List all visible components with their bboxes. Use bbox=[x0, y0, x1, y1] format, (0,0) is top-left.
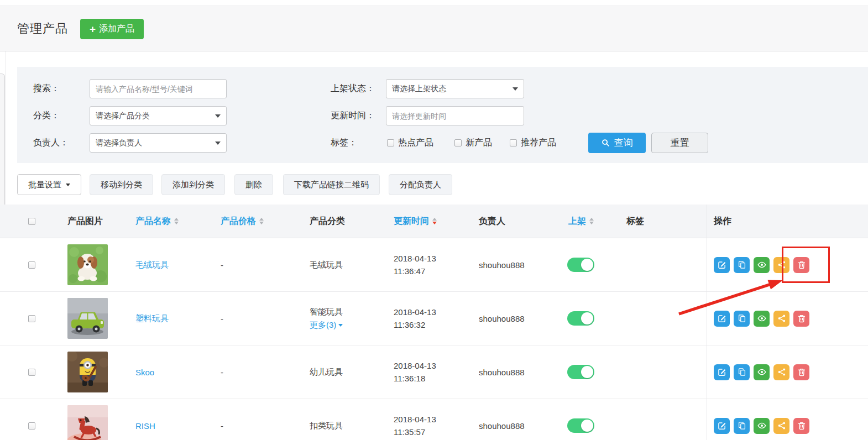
category-select[interactable]: 请选择产品分类 bbox=[90, 106, 227, 125]
table-row: 塑料玩具 - 智能玩具 更多(3) 2018-04-1311:36:32 sho… bbox=[0, 292, 868, 345]
product-name-link[interactable]: RISH bbox=[135, 421, 155, 431]
tag-checkbox-new[interactable]: 新产品 bbox=[454, 133, 492, 153]
tag-checkbox-recommend[interactable]: 推荐产品 bbox=[510, 133, 556, 153]
row-checkbox[interactable] bbox=[28, 261, 35, 269]
owner: shouhou888 bbox=[479, 292, 525, 345]
row-checkbox[interactable] bbox=[28, 422, 35, 429]
add-product-button[interactable]: + 添加产品 bbox=[80, 19, 144, 39]
product-image-minion-figure[interactable] bbox=[67, 352, 108, 392]
table-row: RISH - 扣类玩具 2018-04-1311:35:57 shouhou88… bbox=[0, 399, 868, 440]
preview-button[interactable] bbox=[754, 311, 770, 327]
title-bar: 管理产品 + 添加产品 bbox=[0, 6, 868, 51]
chevron-down-icon bbox=[215, 114, 221, 118]
product-name-link[interactable]: 塑料玩具 bbox=[135, 313, 169, 324]
batch-settings-button[interactable]: 批量设置 bbox=[17, 174, 81, 195]
checkbox[interactable] bbox=[510, 139, 517, 146]
tag-checkbox-hot[interactable]: 热点产品 bbox=[387, 133, 433, 153]
preview-button[interactable] bbox=[754, 364, 770, 380]
sort-icon bbox=[589, 218, 594, 224]
eye-icon bbox=[757, 260, 766, 269]
column-header-updated[interactable]: 更新时间 bbox=[394, 205, 437, 238]
trash-icon bbox=[797, 368, 806, 376]
share-button[interactable] bbox=[773, 257, 789, 273]
select-all-checkbox[interactable] bbox=[28, 218, 35, 225]
copy-button[interactable] bbox=[734, 311, 750, 327]
product-name-link[interactable]: Skoo bbox=[135, 368, 154, 377]
delete-button[interactable] bbox=[793, 418, 809, 434]
product-image-green-toy-car[interactable] bbox=[67, 298, 108, 339]
product-price: - bbox=[221, 238, 223, 291]
status-toggle-on[interactable] bbox=[567, 418, 594, 433]
fixed-column-divider bbox=[707, 205, 707, 440]
column-header-status[interactable]: 上架 bbox=[568, 205, 594, 238]
status-select[interactable]: 请选择上架状态 bbox=[386, 79, 524, 98]
column-header-owner: 负责人 bbox=[479, 205, 505, 238]
move-to-category-button[interactable]: 移动到分类 bbox=[90, 174, 153, 195]
chevron-down-icon bbox=[66, 184, 70, 186]
delete-batch-button[interactable]: 删除 bbox=[234, 174, 273, 195]
tag-new-label: 新产品 bbox=[466, 137, 492, 149]
copy-button[interactable] bbox=[734, 364, 750, 380]
delete-button[interactable] bbox=[793, 257, 809, 273]
sort-icon bbox=[174, 218, 179, 224]
chevron-down-icon bbox=[513, 87, 518, 91]
download-qrcode-button[interactable]: 下载产品链接二维码 bbox=[283, 174, 380, 195]
product-price: - bbox=[221, 345, 223, 399]
delete-button[interactable] bbox=[793, 311, 809, 327]
manage-products-page: 管理产品 + 添加产品 搜索： 上架状态： 请选择上架状态 分类： 请选择产品分… bbox=[0, 0, 868, 440]
updated-time: 2018-04-1311:36:32 bbox=[394, 292, 436, 345]
product-image-plush-puppy[interactable] bbox=[67, 244, 108, 285]
toggle-knob bbox=[581, 259, 593, 271]
edit-icon bbox=[718, 421, 726, 430]
row-checkbox[interactable] bbox=[28, 315, 35, 322]
copy-button[interactable] bbox=[734, 257, 750, 273]
product-name-link[interactable]: 毛绒玩具 bbox=[135, 260, 169, 270]
column-header-name[interactable]: 产品名称 bbox=[135, 205, 179, 238]
status-toggle-on[interactable] bbox=[567, 258, 594, 272]
product-category: 扣类玩具 bbox=[310, 399, 343, 440]
status-toggle-on[interactable] bbox=[567, 311, 594, 326]
add-to-category-button[interactable]: 添加到分类 bbox=[161, 174, 225, 195]
reset-button[interactable]: 重置 bbox=[651, 133, 708, 153]
copy-button[interactable] bbox=[734, 418, 750, 434]
checkbox[interactable] bbox=[454, 139, 462, 146]
update-time-input[interactable] bbox=[386, 106, 524, 125]
status-toggle-on[interactable] bbox=[567, 365, 594, 379]
row-checkbox[interactable] bbox=[28, 369, 35, 376]
edit-button[interactable] bbox=[714, 311, 730, 327]
table-header: 产品图片 产品名称 产品价格 产品分类 更新时间 负责人 上架 标签 操作 bbox=[0, 205, 868, 238]
edit-button[interactable] bbox=[714, 364, 730, 380]
more-categories-link[interactable]: 更多(3) bbox=[310, 318, 343, 332]
column-header-category: 产品分类 bbox=[310, 205, 345, 238]
owner: shouhou888 bbox=[479, 399, 525, 440]
owner-select[interactable]: 请选择负责人 bbox=[90, 133, 227, 153]
product-image-rocking-horse[interactable] bbox=[67, 405, 108, 440]
updated-time: 2018-04-1311:36:18 bbox=[394, 345, 436, 399]
delete-button[interactable] bbox=[793, 364, 809, 380]
share-button[interactable] bbox=[773, 418, 789, 434]
share-icon bbox=[777, 368, 786, 376]
edit-button[interactable] bbox=[714, 257, 730, 273]
product-price: - bbox=[221, 292, 223, 345]
preview-button[interactable] bbox=[754, 418, 770, 434]
eye-icon bbox=[757, 421, 766, 430]
update-time-label: 更新时间： bbox=[331, 106, 375, 125]
column-header-price[interactable]: 产品价格 bbox=[221, 205, 264, 238]
owner-select-value: 请选择负责人 bbox=[96, 138, 142, 148]
query-button[interactable]: 查询 bbox=[588, 133, 646, 153]
tag-hot-label: 热点产品 bbox=[398, 137, 433, 149]
edit-icon bbox=[718, 260, 726, 269]
owner: shouhou888 bbox=[479, 345, 525, 399]
search-label: 搜索： bbox=[33, 79, 60, 98]
share-button[interactable] bbox=[773, 364, 789, 380]
checkbox[interactable] bbox=[387, 139, 394, 146]
share-button[interactable] bbox=[773, 311, 789, 327]
page-title: 管理产品 bbox=[17, 20, 68, 37]
preview-button[interactable] bbox=[754, 257, 770, 273]
category-label: 分类： bbox=[33, 106, 60, 125]
assign-owner-button[interactable]: 分配负责人 bbox=[389, 174, 452, 195]
product-category: 幼儿玩具 bbox=[310, 345, 343, 399]
edit-button[interactable] bbox=[714, 418, 730, 434]
column-header-tags: 标签 bbox=[626, 205, 644, 238]
search-input[interactable] bbox=[90, 79, 227, 98]
